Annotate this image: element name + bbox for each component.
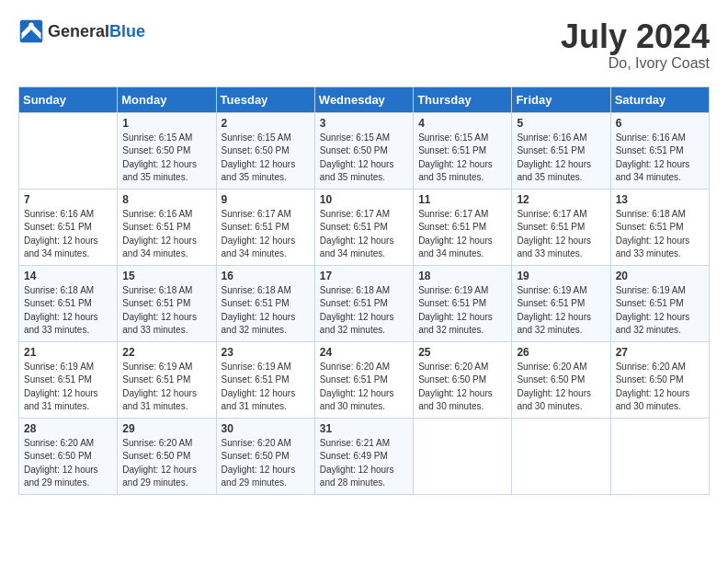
day-cell: 26Sunrise: 6:20 AMSunset: 6:50 PMDayligh…: [512, 341, 610, 418]
day-cell: [512, 418, 610, 494]
day-number: 27: [616, 346, 704, 359]
day-cell: 5Sunrise: 6:16 AMSunset: 6:51 PMDaylight…: [512, 112, 610, 189]
month-title: July 2024: [561, 18, 710, 55]
week-row-2: 7Sunrise: 6:16 AMSunset: 6:51 PMDaylight…: [19, 189, 710, 265]
svg-point-2: [28, 22, 33, 27]
day-cell: 18Sunrise: 6:19 AMSunset: 6:51 PMDayligh…: [414, 265, 512, 341]
day-cell: 4Sunrise: 6:15 AMSunset: 6:51 PMDaylight…: [414, 112, 512, 189]
day-number: 29: [122, 422, 210, 435]
day-number: 10: [320, 193, 408, 206]
day-cell: 28Sunrise: 6:20 AMSunset: 6:50 PMDayligh…: [19, 418, 118, 494]
day-info: Sunrise: 6:18 AMSunset: 6:51 PMDaylight:…: [24, 284, 112, 338]
day-cell: 24Sunrise: 6:20 AMSunset: 6:51 PMDayligh…: [314, 341, 413, 418]
day-info: Sunrise: 6:20 AMSunset: 6:50 PMDaylight:…: [24, 437, 112, 490]
calendar-table: SundayMondayTuesdayWednesdayThursdayFrid…: [18, 86, 710, 495]
day-cell: 14Sunrise: 6:18 AMSunset: 6:51 PMDayligh…: [19, 265, 118, 341]
day-cell: 25Sunrise: 6:20 AMSunset: 6:50 PMDayligh…: [414, 341, 512, 418]
header-cell-wednesday: Wednesday: [314, 86, 413, 112]
logo-general-text: General: [48, 22, 109, 40]
logo-blue-text: Blue: [109, 22, 145, 40]
week-row-3: 14Sunrise: 6:18 AMSunset: 6:51 PMDayligh…: [19, 265, 710, 341]
day-cell: 31Sunrise: 6:21 AMSunset: 6:49 PMDayligh…: [314, 418, 413, 494]
day-info: Sunrise: 6:19 AMSunset: 6:51 PMDaylight:…: [122, 361, 210, 414]
day-cell: 16Sunrise: 6:18 AMSunset: 6:51 PMDayligh…: [216, 265, 314, 341]
day-number: 2: [222, 117, 310, 130]
day-info: Sunrise: 6:16 AMSunset: 6:51 PMDaylight:…: [122, 208, 210, 261]
day-number: 24: [320, 346, 408, 359]
header-cell-friday: Friday: [512, 86, 610, 112]
day-number: 19: [517, 270, 605, 282]
logo: GeneralBlue: [18, 18, 145, 44]
header-cell-saturday: Saturday: [610, 86, 709, 112]
day-number: 13: [616, 193, 704, 206]
day-cell: 17Sunrise: 6:18 AMSunset: 6:51 PMDayligh…: [314, 265, 413, 341]
day-info: Sunrise: 6:16 AMSunset: 6:51 PMDaylight:…: [616, 132, 704, 185]
day-info: Sunrise: 6:20 AMSunset: 6:51 PMDaylight:…: [320, 361, 408, 414]
header-row: SundayMondayTuesdayWednesdayThursdayFrid…: [19, 86, 710, 112]
day-cell: 6Sunrise: 6:16 AMSunset: 6:51 PMDaylight…: [610, 112, 709, 189]
day-number: 6: [616, 117, 704, 130]
day-cell: [414, 418, 512, 494]
day-number: 28: [24, 422, 112, 435]
day-number: 16: [222, 270, 310, 282]
day-cell: 15Sunrise: 6:18 AMSunset: 6:51 PMDayligh…: [118, 265, 216, 341]
day-number: 14: [24, 270, 112, 282]
day-number: 3: [320, 117, 408, 130]
day-cell: 27Sunrise: 6:20 AMSunset: 6:50 PMDayligh…: [610, 341, 709, 418]
day-info: Sunrise: 6:17 AMSunset: 6:51 PMDaylight:…: [222, 208, 310, 261]
day-cell: 3Sunrise: 6:15 AMSunset: 6:50 PMDaylight…: [314, 112, 413, 189]
day-info: Sunrise: 6:18 AMSunset: 6:51 PMDaylight:…: [616, 208, 704, 261]
day-info: Sunrise: 6:15 AMSunset: 6:50 PMDaylight:…: [320, 132, 408, 185]
day-number: 23: [222, 346, 310, 359]
day-info: Sunrise: 6:20 AMSunset: 6:50 PMDaylight:…: [222, 437, 310, 490]
day-info: Sunrise: 6:16 AMSunset: 6:51 PMDaylight:…: [24, 208, 112, 261]
day-number: 1: [122, 117, 210, 130]
calendar-body: 1Sunrise: 6:15 AMSunset: 6:50 PMDaylight…: [19, 112, 710, 494]
week-row-1: 1Sunrise: 6:15 AMSunset: 6:50 PMDaylight…: [19, 112, 710, 189]
day-number: 17: [320, 270, 408, 282]
day-number: 11: [418, 193, 506, 206]
day-info: Sunrise: 6:17 AMSunset: 6:51 PMDaylight:…: [517, 208, 605, 261]
header-cell-sunday: Sunday: [19, 86, 118, 112]
day-cell: [19, 112, 118, 189]
day-cell: 10Sunrise: 6:17 AMSunset: 6:51 PMDayligh…: [314, 189, 413, 265]
week-row-5: 28Sunrise: 6:20 AMSunset: 6:50 PMDayligh…: [19, 418, 710, 494]
day-info: Sunrise: 6:19 AMSunset: 6:51 PMDaylight:…: [517, 284, 605, 338]
day-info: Sunrise: 6:20 AMSunset: 6:50 PMDaylight:…: [122, 437, 210, 490]
day-number: 18: [418, 270, 506, 282]
header-cell-monday: Monday: [118, 86, 216, 112]
day-number: 21: [24, 346, 112, 359]
day-number: 12: [517, 193, 605, 206]
day-cell: 7Sunrise: 6:16 AMSunset: 6:51 PMDaylight…: [19, 189, 118, 265]
week-row-4: 21Sunrise: 6:19 AMSunset: 6:51 PMDayligh…: [19, 341, 710, 418]
day-cell: 23Sunrise: 6:19 AMSunset: 6:51 PMDayligh…: [216, 341, 314, 418]
day-number: 25: [418, 346, 506, 359]
day-info: Sunrise: 6:15 AMSunset: 6:50 PMDaylight:…: [222, 132, 310, 185]
day-number: 31: [320, 422, 408, 435]
day-cell: 19Sunrise: 6:19 AMSunset: 6:51 PMDayligh…: [512, 265, 610, 341]
day-cell: 22Sunrise: 6:19 AMSunset: 6:51 PMDayligh…: [118, 341, 216, 418]
day-info: Sunrise: 6:19 AMSunset: 6:51 PMDaylight:…: [616, 284, 704, 338]
day-info: Sunrise: 6:17 AMSunset: 6:51 PMDaylight:…: [320, 208, 408, 261]
day-info: Sunrise: 6:18 AMSunset: 6:51 PMDaylight:…: [320, 284, 408, 338]
location-title: Do, Ivory Coast: [561, 55, 710, 72]
day-info: Sunrise: 6:19 AMSunset: 6:51 PMDaylight:…: [418, 284, 506, 338]
header-cell-thursday: Thursday: [414, 86, 512, 112]
day-number: 15: [122, 270, 210, 282]
day-info: Sunrise: 6:21 AMSunset: 6:49 PMDaylight:…: [320, 437, 408, 490]
day-cell: [610, 418, 709, 494]
day-info: Sunrise: 6:19 AMSunset: 6:51 PMDaylight:…: [24, 361, 112, 414]
day-cell: 11Sunrise: 6:17 AMSunset: 6:51 PMDayligh…: [414, 189, 512, 265]
day-cell: 12Sunrise: 6:17 AMSunset: 6:51 PMDayligh…: [512, 189, 610, 265]
day-number: 9: [222, 193, 310, 206]
day-number: 22: [122, 346, 210, 359]
day-info: Sunrise: 6:19 AMSunset: 6:51 PMDaylight:…: [222, 361, 310, 414]
day-number: 7: [24, 193, 112, 206]
day-info: Sunrise: 6:20 AMSunset: 6:50 PMDaylight:…: [418, 361, 506, 414]
day-cell: 8Sunrise: 6:16 AMSunset: 6:51 PMDaylight…: [118, 189, 216, 265]
day-cell: 21Sunrise: 6:19 AMSunset: 6:51 PMDayligh…: [19, 341, 118, 418]
day-info: Sunrise: 6:18 AMSunset: 6:51 PMDaylight:…: [122, 284, 210, 338]
day-number: 30: [222, 422, 310, 435]
page-header: GeneralBlue July 2024 Do, Ivory Coast: [18, 18, 710, 72]
day-info: Sunrise: 6:20 AMSunset: 6:50 PMDaylight:…: [517, 361, 605, 414]
